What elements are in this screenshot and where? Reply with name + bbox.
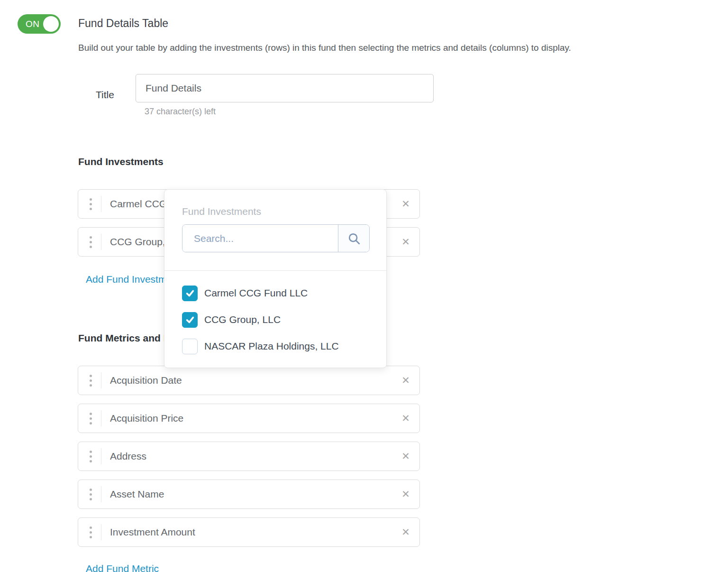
metric-row[interactable]: Address ✕ xyxy=(78,442,420,471)
toggle-knob-icon xyxy=(43,16,59,32)
row-divider xyxy=(101,234,101,250)
metric-row-label: Acquisition Price xyxy=(110,413,183,424)
remove-investment-icon[interactable]: ✕ xyxy=(399,236,413,248)
metric-row[interactable]: Investment Amount ✕ xyxy=(78,517,420,547)
checkmark-icon xyxy=(185,314,195,325)
drag-handle-icon[interactable] xyxy=(90,375,92,387)
drag-handle-icon[interactable] xyxy=(90,413,92,424)
checkbox-icon[interactable] xyxy=(182,286,198,301)
search-button[interactable] xyxy=(338,225,369,252)
add-fund-metric-link[interactable]: Add Fund Metric xyxy=(86,563,159,572)
metric-row[interactable]: Asset Name ✕ xyxy=(78,480,420,509)
row-divider xyxy=(101,410,101,426)
page-description: Build out your table by adding the inves… xyxy=(78,43,571,53)
metric-row-label: Asset Name xyxy=(110,489,164,500)
remove-metric-icon[interactable]: ✕ xyxy=(399,489,413,500)
remove-metric-icon[interactable]: ✕ xyxy=(399,451,413,462)
row-divider xyxy=(101,524,101,540)
drag-handle-icon[interactable] xyxy=(90,236,92,248)
fund-investments-popup: Fund Investments Carmel CCG Fund LLC xyxy=(164,189,387,368)
remove-metric-icon[interactable]: ✕ xyxy=(399,413,413,424)
metric-row[interactable]: Acquisition Price ✕ xyxy=(78,404,420,433)
toggle-state-label: ON xyxy=(26,19,40,29)
remove-metric-icon[interactable]: ✕ xyxy=(399,526,413,538)
title-label: Title xyxy=(96,89,114,101)
option-label: Carmel CCG Fund LLC xyxy=(204,287,308,299)
row-divider xyxy=(101,372,101,388)
drag-handle-icon[interactable] xyxy=(90,489,92,500)
remove-metric-icon[interactable]: ✕ xyxy=(399,375,413,386)
search-input[interactable] xyxy=(182,225,338,252)
investment-option[interactable]: Carmel CCG Fund LLC xyxy=(182,285,308,301)
drag-handle-icon[interactable] xyxy=(90,451,92,462)
checkmark-icon xyxy=(185,288,195,298)
metric-row-label: Investment Amount xyxy=(110,526,195,538)
investment-option[interactable]: CCG Group, LLC xyxy=(182,312,281,328)
metric-row[interactable]: Acquisition Date ✕ xyxy=(78,366,420,395)
metric-row-label: Address xyxy=(110,451,146,462)
row-divider xyxy=(101,196,101,212)
fund-investments-heading: Fund Investments xyxy=(78,156,164,167)
option-label: NASCAR Plaza Holdings, LLC xyxy=(204,341,339,352)
remove-investment-icon[interactable]: ✕ xyxy=(399,198,413,210)
checkbox-icon[interactable] xyxy=(182,339,198,354)
metric-row-label: Acquisition Date xyxy=(110,375,182,386)
option-label: CCG Group, LLC xyxy=(204,314,281,325)
drag-handle-icon[interactable] xyxy=(90,198,92,210)
search-icon xyxy=(347,231,361,246)
drag-handle-icon[interactable] xyxy=(90,526,92,538)
popup-title: Fund Investments xyxy=(182,206,261,217)
popup-divider xyxy=(164,270,386,271)
search-control xyxy=(182,224,370,252)
investment-option[interactable]: NASCAR Plaza Holdings, LLC xyxy=(182,338,339,354)
page-title: Fund Details Table xyxy=(78,17,168,30)
row-divider xyxy=(101,486,101,502)
title-input[interactable] xyxy=(136,74,434,102)
checkbox-icon[interactable] xyxy=(182,312,198,328)
row-divider xyxy=(101,448,101,464)
characters-left-hint: 37 character(s) left xyxy=(145,107,216,117)
fund-details-toggle[interactable]: ON xyxy=(18,14,61,34)
